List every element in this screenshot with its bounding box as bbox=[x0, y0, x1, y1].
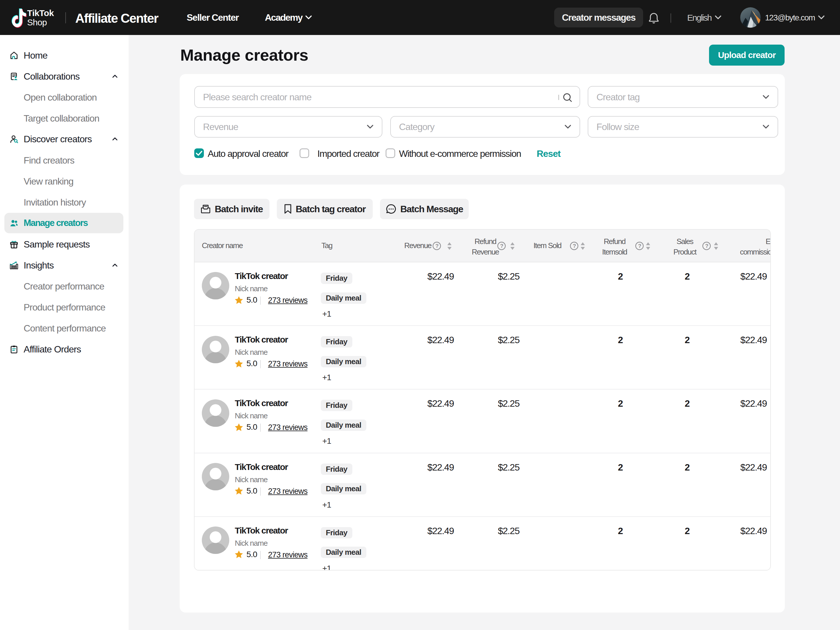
svg-text:?: ? bbox=[573, 243, 576, 249]
svg-text:?: ? bbox=[705, 243, 709, 249]
svg-text:?: ? bbox=[638, 243, 641, 249]
svg-text:?: ? bbox=[436, 243, 439, 249]
svg-text:?: ? bbox=[500, 243, 504, 249]
